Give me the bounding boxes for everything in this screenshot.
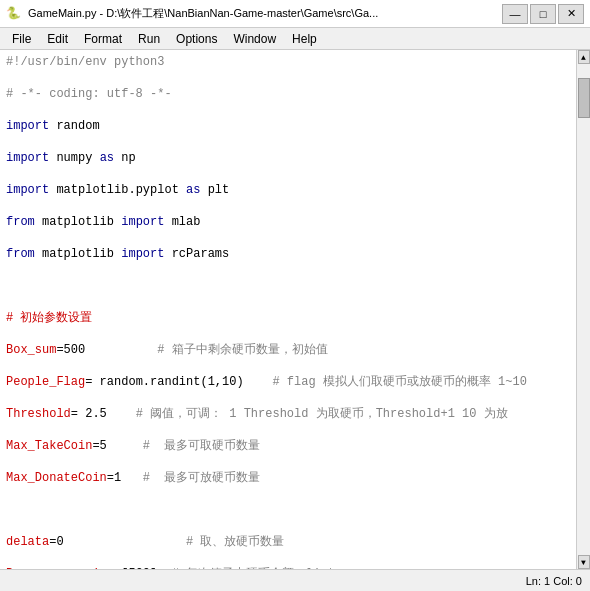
scroll-up-button[interactable]: ▲ — [578, 50, 590, 64]
menu-run[interactable]: Run — [130, 30, 168, 48]
menu-bar: File Edit Format Run Options Window Help — [0, 28, 590, 50]
menu-edit[interactable]: Edit — [39, 30, 76, 48]
menu-help[interactable]: Help — [284, 30, 325, 48]
title-text: GameMain.py - D:\软件工程\NanBianNan-Game-ma… — [28, 6, 378, 21]
title-bar-left: 🐍 GameMain.py - D:\软件工程\NanBianNan-Game-… — [6, 6, 378, 22]
maximize-button[interactable]: □ — [530, 4, 556, 24]
menu-window[interactable]: Window — [225, 30, 284, 48]
scroll-thumb[interactable] — [578, 78, 590, 118]
close-button[interactable]: ✕ — [558, 4, 584, 24]
scroll-down-button[interactable]: ▼ — [578, 555, 590, 569]
menu-file[interactable]: File — [4, 30, 39, 48]
code-editor[interactable]: #!/usr/bin/env python3 # -*- coding: utf… — [0, 50, 576, 569]
menu-format[interactable]: Format — [76, 30, 130, 48]
editor-container: #!/usr/bin/env python3 # -*- coding: utf… — [0, 50, 590, 569]
cursor-position: Ln: 1 Col: 0 — [526, 575, 582, 587]
title-bar: 🐍 GameMain.py - D:\软件工程\NanBianNan-Game-… — [0, 0, 590, 28]
app-icon: 🐍 — [6, 6, 22, 22]
status-bar: Ln: 1 Col: 0 — [0, 569, 590, 591]
title-controls: — □ ✕ — [502, 4, 584, 24]
vertical-scrollbar[interactable]: ▲ ▼ — [576, 50, 590, 569]
minimize-button[interactable]: — — [502, 4, 528, 24]
menu-options[interactable]: Options — [168, 30, 225, 48]
